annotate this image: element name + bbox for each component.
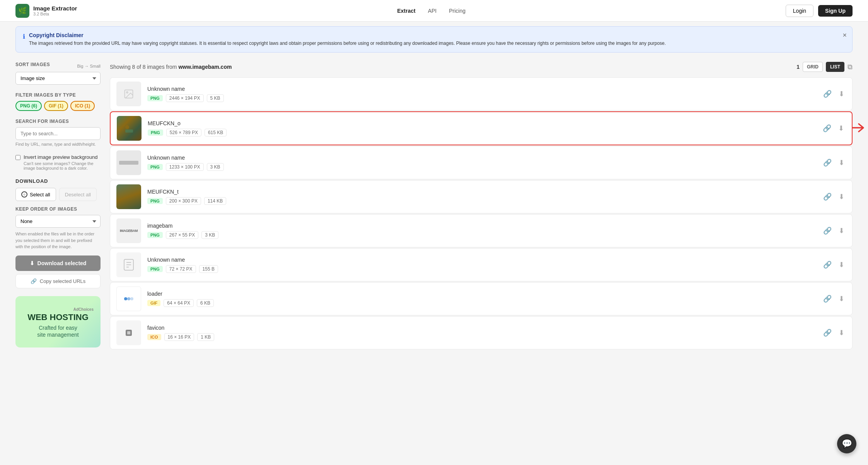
copy-link-button[interactable]: 🔗: [822, 293, 833, 305]
page-number: 1: [796, 64, 800, 70]
favicon-icon: [126, 330, 132, 336]
sort-label-row: Sort images Big → Small: [15, 62, 101, 70]
image-info: MEUFCKN_o PNG 526 × 789 PX 615 KB: [148, 120, 815, 136]
image-meta: GIF 64 × 64 PX 6 KB: [147, 299, 815, 307]
download-button[interactable]: ⬇: [837, 191, 846, 203]
app-version: 3.2 Beta: [33, 12, 77, 16]
download-button[interactable]: ⬇: [837, 327, 846, 339]
copy-link-button[interactable]: 🔗: [822, 327, 833, 339]
copy-icon: 🔗: [31, 278, 37, 284]
disclaimer-body: The images retrieved from the provided U…: [29, 40, 666, 47]
svg-point-7: [130, 297, 133, 300]
copy-link-button[interactable]: 🔗: [822, 191, 833, 203]
image-name: Unknown name: [147, 155, 815, 161]
image-info: Unknown name PNG 1233 × 100 PX 3 KB: [147, 155, 815, 171]
dimensions: 1233 × 100 PX: [166, 163, 204, 171]
imagebam-thumb: IMAGEBAM: [116, 218, 141, 243]
sort-label: Sort images: [15, 62, 50, 67]
invert-desc: Can't see some images? Change the image …: [24, 161, 101, 170]
download-selected-button[interactable]: ⬇ Download selected: [15, 255, 101, 271]
type-badge: PNG: [148, 129, 163, 136]
image-preview: [116, 184, 141, 209]
select-all-button[interactable]: ○ Select all: [15, 188, 56, 201]
download-button[interactable]: ⬇: [837, 157, 846, 169]
image-info: MEUFCKN_t PNG 200 × 300 PX 114 KB: [147, 189, 815, 205]
image-info: imagebam PNG 267 × 55 PX 3 KB: [147, 223, 815, 239]
image-list: Unknown name PNG 2446 × 194 PX 5 KB 🔗 ⬇: [110, 77, 853, 349]
signup-button[interactable]: Sign Up: [818, 5, 853, 17]
logo-text: Image Extractor 3.2 Beta: [33, 5, 77, 16]
red-arrow: [852, 123, 866, 135]
image-name: MEUFCKN_o: [148, 120, 815, 126]
filter-label: Filter images by type: [15, 92, 101, 98]
image-name: Unknown name: [147, 86, 815, 92]
keep-order-label: Keep order of images: [15, 206, 101, 212]
copy-urls-button[interactable]: 🔗 Copy selected URLs: [15, 274, 101, 288]
copy-list-icon[interactable]: ⧉: [848, 63, 853, 71]
thumb-placeholder: [116, 150, 141, 175]
app-name: Image Extractor: [33, 5, 77, 12]
image-meta: PNG 72 × 72 PX 155 B: [147, 265, 815, 273]
image-thumb: IMAGEBAM: [116, 218, 141, 243]
copy-link-button[interactable]: 🔗: [822, 88, 833, 100]
image-thumb: [117, 116, 142, 141]
grid-view-button[interactable]: GRID: [803, 62, 823, 72]
invert-checkbox[interactable]: [15, 155, 20, 160]
search-label: Search for images: [15, 119, 101, 124]
type-badge: PNG: [147, 266, 163, 272]
file-size: 155 B: [199, 265, 218, 273]
sort-select[interactable]: Image size: [15, 72, 101, 85]
file-size: 6 KB: [197, 299, 214, 307]
image-actions: 🔗 ⬇: [822, 191, 846, 203]
copy-link-button[interactable]: 🔗: [822, 157, 833, 169]
deselect-all-button[interactable]: Deselect all: [59, 188, 97, 201]
filter-section: Filter images by type PNG (6) GIF (1) IC…: [15, 92, 101, 111]
ad-badge: AdChoices: [22, 307, 94, 312]
main-layout: Sort images Big → Small Image size Filte…: [15, 57, 853, 349]
thumb-loader: [116, 286, 141, 311]
tag-png[interactable]: PNG (6): [15, 101, 42, 111]
search-input[interactable]: [15, 127, 101, 140]
type-badge: PNG: [147, 198, 163, 204]
download-section: DOWNLOAD ○ Select all Deselect all Keep …: [15, 178, 101, 288]
select-all-label: Select all: [30, 192, 50, 198]
image-thumb: [116, 184, 141, 209]
keep-order-select[interactable]: None: [15, 215, 101, 228]
disclaimer-title: Copyright Disclaimer: [29, 32, 666, 38]
login-button[interactable]: Login: [786, 5, 813, 17]
download-button[interactable]: ⬇: [837, 225, 846, 237]
nav-api[interactable]: API: [428, 8, 437, 14]
file-size: 5 KB: [207, 94, 224, 102]
svg-point-6: [127, 297, 130, 300]
main-nav: Extract API Pricing: [397, 8, 466, 14]
sidebar: Sort images Big → Small Image size Filte…: [15, 62, 101, 349]
tag-gif[interactable]: GIF (1): [44, 101, 68, 111]
disclaimer-close-button[interactable]: ×: [842, 31, 847, 39]
file-size: 615 KB: [205, 129, 227, 136]
image-actions: 🔗 ⬇: [822, 88, 846, 100]
download-button[interactable]: ⬇: [837, 259, 846, 271]
image-info: Unknown name PNG 2446 × 194 PX 5 KB: [147, 86, 815, 102]
copy-link-button[interactable]: 🔗: [821, 123, 833, 134]
file-size: 1 KB: [197, 333, 214, 341]
copy-link-button[interactable]: 🔗: [822, 225, 833, 237]
dimensions: 16 × 16 PX: [164, 333, 194, 341]
image-thumb: [116, 320, 141, 345]
svg-point-2: [125, 125, 129, 129]
download-button[interactable]: ⬇: [837, 293, 846, 305]
select-buttons: ○ Select all Deselect all: [15, 188, 101, 201]
nav-pricing[interactable]: Pricing: [449, 8, 466, 14]
type-badge: ICO: [147, 334, 161, 340]
svg-point-5: [124, 297, 127, 300]
domain: www.imagebam.com: [178, 64, 232, 70]
copy-link-button[interactable]: 🔗: [822, 259, 833, 271]
download-button[interactable]: ⬇: [837, 123, 846, 134]
dimensions: 267 × 55 PX: [166, 231, 198, 239]
download-button[interactable]: ⬇: [837, 88, 846, 100]
info-icon: ℹ: [23, 33, 25, 40]
svg-point-1: [126, 92, 128, 93]
tag-ico[interactable]: ICO (1): [70, 101, 95, 111]
nav-extract[interactable]: Extract: [397, 8, 415, 14]
list-view-button[interactable]: LIST: [826, 62, 844, 72]
logo-icon: 🌿: [15, 4, 29, 18]
